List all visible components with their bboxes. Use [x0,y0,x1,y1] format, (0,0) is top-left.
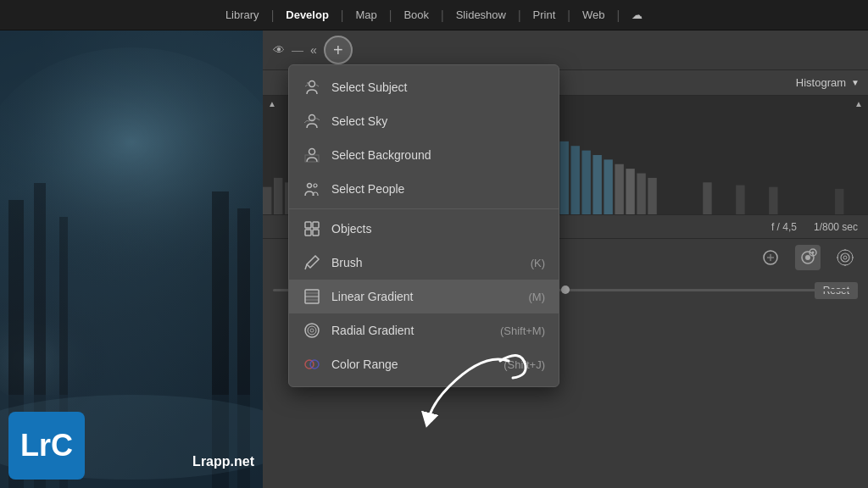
watermark-text: Lrapp.net [192,454,254,469]
svg-point-63 [307,82,309,84]
svg-point-62 [309,81,315,87]
right-panel: 👁 — « + Histogram ▼ ▲ ▲ [263,30,868,488]
svg-rect-40 [593,155,601,214]
select-people-label: Select People [331,182,545,196]
brush-icon [303,253,321,272]
linear-gradient-icon [303,287,321,306]
histogram-dropdown-arrow[interactable]: ▼ [851,78,860,87]
svg-rect-10 [263,187,271,214]
menu-item-color-range[interactable]: Color Range (Shift+J) [289,347,559,381]
radial-gradient-label: Radial Gradient [331,324,490,337]
slider-thumb-1[interactable] [561,286,570,294]
hist-left-marker[interactable]: ▲ [268,99,276,108]
svg-rect-70 [313,222,319,228]
nav-book[interactable]: Book [392,0,441,30]
radial-gradient-shortcut: (Shift+M) [500,324,545,337]
nav-library[interactable]: Library [214,0,271,30]
color-range-label: Color Range [331,358,493,371]
svg-rect-45 [648,178,656,214]
photo-panel: LrC Lrapp.net [0,30,263,488]
toolbar-left: 👁 — « [270,42,320,58]
hist-right-marker[interactable]: ▲ [854,99,863,108]
linear-gradient-label: Linear Gradient [331,290,519,303]
menu-item-select-sky[interactable]: Select Sky [289,104,559,138]
nav-print[interactable]: Print [521,0,568,30]
brush-label: Brush [331,256,520,269]
context-menu: Select Subject Select Sky [288,64,559,387]
select-sky-icon [303,112,321,130]
svg-rect-38 [570,146,579,214]
select-background-label: Select Background [331,148,545,162]
add-mask-button[interactable]: + [324,36,353,64]
svg-rect-43 [626,169,634,214]
svg-rect-48 [769,187,777,214]
svg-point-82 [310,360,319,369]
brush-shortcut: (K) [531,257,545,269]
svg-point-79 [308,326,316,335]
healing-icon [761,248,780,267]
svg-point-68 [314,184,317,187]
linear-gradient-shortcut: (M) [529,291,546,303]
objects-label: Objects [331,222,545,236]
svg-rect-69 [305,222,311,228]
svg-rect-46 [703,182,711,214]
svg-rect-41 [604,159,612,214]
svg-rect-11 [274,178,282,214]
svg-rect-37 [560,141,569,214]
menu-item-select-background[interactable]: Select Background [289,138,559,172]
svg-line-73 [305,264,307,269]
eye-button[interactable]: 👁 [270,42,288,58]
svg-point-54 [812,251,815,253]
svg-rect-71 [305,230,311,236]
color-range-shortcut: (Shift+J) [504,358,545,371]
toolbar-dash: — [292,43,303,57]
objects-icon [303,219,321,238]
menu-item-linear-gradient[interactable]: Linear Gradient (M) [289,280,559,313]
nav-map[interactable]: Map [343,0,388,30]
nav-slideshow[interactable]: Slideshow [444,0,518,30]
menu-item-radial-gradient[interactable]: Radial Gradient (Shift+M) [289,313,559,347]
shutter-value: 1/800 sec [814,221,858,233]
svg-point-55 [837,250,853,265]
select-background-icon [303,146,321,164]
lrc-logo: LrC [8,412,85,480]
svg-rect-47 [736,186,744,214]
nav-cloud[interactable]: ☁ [620,0,654,30]
menu-divider-1 [289,208,559,209]
aperture-value: f / 4,5 [771,221,797,233]
menu-item-select-subject[interactable]: Select Subject [289,70,559,104]
svg-point-57 [843,256,847,259]
svg-rect-42 [615,164,623,214]
main-area: LrC Lrapp.net 👁 — « + Histogram ▼ ▲ [0,30,868,488]
svg-point-56 [841,253,849,262]
svg-rect-49 [835,189,843,214]
healing-tool-button[interactable] [758,245,783,270]
svg-point-65 [309,149,315,155]
svg-point-52 [805,255,810,260]
chevron-left-button[interactable]: « [307,42,320,58]
svg-point-67 [308,184,312,188]
mask-overlay-icon [798,248,817,267]
nav-develop[interactable]: Develop [274,0,341,30]
select-people-icon [303,180,321,198]
color-range-icon [303,355,321,374]
menu-item-objects[interactable]: Objects [289,212,559,246]
svg-rect-44 [637,174,645,214]
svg-point-64 [309,115,315,121]
svg-point-80 [310,329,314,332]
menu-item-brush[interactable]: Brush (K) [289,246,559,280]
radial-icon [836,248,854,267]
add-icon: + [333,41,343,60]
top-navigation: Library | Develop | Map | Book | Slidesh… [0,0,868,30]
radial-tool-button[interactable] [832,245,858,270]
svg-rect-39 [581,151,590,214]
select-sky-label: Select Sky [331,114,545,128]
svg-rect-72 [313,230,319,236]
svg-point-78 [305,324,319,337]
menu-item-select-people[interactable]: Select People [289,172,559,206]
radial-gradient-icon [303,321,321,340]
histogram-title: Histogram [796,76,846,89]
nav-web[interactable]: Web [570,0,617,30]
lrc-logo-text: LrC [20,428,73,463]
mask-overlay-button[interactable] [795,245,821,270]
